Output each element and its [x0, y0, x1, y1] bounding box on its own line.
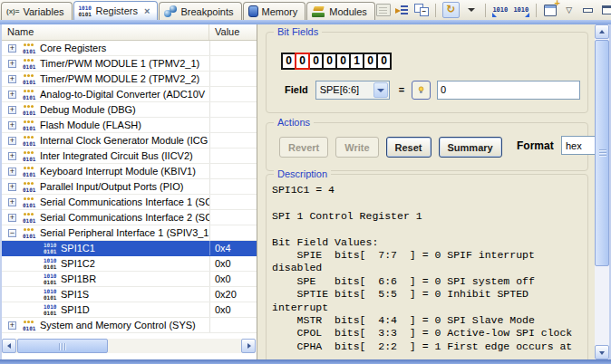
tree-row-spi1s[interactable]: SPI1S0x20	[2, 287, 257, 302]
registers-tree-panel: Name Value +Core Registers+Timer/PWM MOD…	[2, 24, 257, 359]
tree-horizontal-scrollbar[interactable]	[2, 339, 256, 353]
bit-cell-1[interactable]: 0	[295, 53, 310, 70]
collapse-all-icon[interactable]	[414, 2, 429, 18]
tree-row-timer-pwm-module-2-tpmv2-2[interactable]: +Timer/PWM MODULE 2 (TPMV2_2)	[2, 72, 257, 87]
name-cell: +Debug Module (DBG)	[2, 102, 209, 117]
binary-pane-right-icon[interactable]: 1010	[513, 2, 529, 18]
name-cell: +Timer/PWM MODULE 1 (TPMV2_1)	[2, 56, 209, 71]
maximize-icon[interactable]	[600, 2, 611, 18]
tree-row-spi1d[interactable]: SPI1D0x0	[2, 302, 257, 318]
collapse-icon[interactable]: −	[8, 229, 16, 237]
tree-row-spi1c2[interactable]: SPI1C20x0	[2, 256, 257, 272]
register-name: Serial Communications Interface 2 (SC	[40, 212, 209, 223]
register-value	[209, 318, 257, 332]
refresh-icon[interactable]: ↻	[442, 2, 460, 18]
tree-row-core-registers[interactable]: +Core Registers	[2, 41, 257, 56]
column-header-value[interactable]: Value	[209, 24, 257, 40]
tree-row-inter-integrated-circuit-bus-iicv2[interactable]: +Inter Integrated Circuit Bus (IICV2)	[2, 148, 257, 164]
minimize-icon[interactable]	[581, 2, 596, 18]
name-cell: +Core Registers	[2, 41, 209, 55]
register-group-icon	[22, 89, 36, 101]
register-group-icon	[22, 227, 36, 239]
open-new-view-icon[interactable]	[543, 2, 558, 18]
register-group-icon	[22, 212, 36, 224]
tree-row-analog-to-digital-converter-adc10v[interactable]: +Analog-to-Digital Converter (ADC10V	[2, 87, 257, 102]
description-title: Description	[274, 168, 331, 179]
write-registers-icon	[376, 4, 391, 16]
expand-icon[interactable]: +	[8, 214, 16, 222]
variables-icon: (x)=	[6, 6, 19, 17]
memory-icon	[248, 5, 258, 17]
reset-button[interactable]: Reset	[386, 137, 432, 158]
format-label: Format	[517, 139, 554, 152]
name-cell: +Inter Integrated Circuit Bus (IICV2)	[2, 148, 209, 163]
tree-row-flash-module-flash[interactable]: +Flash Module (FLASH)	[2, 118, 257, 133]
close-tab-icon[interactable]: ×	[144, 6, 150, 15]
tree-row-parallel-input-output-ports-pio[interactable]: +Parallel Input/Output Ports (PIO)	[2, 179, 257, 195]
scroll-up-button[interactable]	[595, 24, 609, 39]
tab-registers[interactable]: Registers×	[73, 1, 159, 20]
register-group-icon	[22, 104, 36, 116]
tree-row-serial-peripheral-interface-1-spiv3-1[interactable]: −Serial Peripheral Interface 1 (SPIV3_1	[2, 225, 257, 241]
expand-icon[interactable]: +	[8, 137, 16, 145]
tree-row-internal-clock-generator-module-icg[interactable]: +Internal Clock Generator Module (ICG	[2, 133, 257, 148]
expand-icon[interactable]: +	[8, 152, 16, 160]
scroll-right-button[interactable]	[241, 339, 256, 353]
tree-row-serial-communications-interface-1-sc[interactable]: +Serial Communications Interface 1 (SC	[2, 195, 257, 210]
expand-icon[interactable]: +	[8, 91, 16, 99]
tree-row-spi1c1[interactable]: SPI1C10x4	[2, 241, 257, 256]
tree-row-system-and-memory-control-sys[interactable]: +System and Memory Control (SYS)	[2, 318, 257, 333]
registers-view: (x)=VariablesRegisters×BreakpointsMemory…	[0, 0, 611, 364]
expand-icon[interactable]: +	[8, 168, 16, 176]
vertical-scroll-thumb[interactable]	[595, 40, 609, 266]
scroll-left-button[interactable]	[2, 339, 16, 353]
name-cell: SPI1S	[2, 287, 209, 302]
tab-variables[interactable]: (x)=Variables	[1, 2, 73, 20]
name-cell: +Serial Communications Interface 2 (SC	[2, 210, 209, 225]
expand-icon[interactable]: +	[8, 183, 16, 191]
expand-icon[interactable]: +	[8, 75, 16, 83]
format-dropdown[interactable]: hex	[561, 136, 597, 155]
tree-row-serial-communications-interface-2-sc[interactable]: +Serial Communications Interface 2 (SC	[2, 210, 257, 225]
tree-row-debug-module-dbg[interactable]: +Debug Module (DBG)	[2, 102, 257, 118]
expand-icon[interactable]: +	[8, 60, 16, 68]
expand-icon[interactable]: +	[8, 198, 16, 206]
scroll-down-button[interactable]	[595, 345, 609, 359]
view-menu-icon[interactable]: ▽	[562, 2, 577, 18]
register-details-panel: Bit Fields 00000100 Field SPE[6:6] =	[258, 24, 611, 359]
view-tab-bar: (x)=VariablesRegisters×BreakpointsMemory…	[0, 0, 611, 20]
expand-icon[interactable]: +	[8, 44, 16, 53]
horizontal-scroll-thumb[interactable]	[17, 339, 108, 353]
collapse-all-icon	[414, 4, 429, 16]
import-registers-icon[interactable]	[395, 2, 410, 18]
hint-lightbulb-button[interactable]	[412, 81, 431, 100]
details-vertical-scrollbar[interactable]	[595, 24, 609, 359]
bit-fields-title: Bit Fields	[274, 26, 322, 37]
breakpoints-icon	[164, 5, 177, 17]
tab-memory[interactable]: Memory	[243, 2, 306, 20]
tree-row-keyboard-interrupt-module-kbiv1[interactable]: +Keyboard Interrupt Module (KBIV1)	[2, 164, 257, 179]
maximize-icon	[602, 5, 611, 14]
chevron-down-icon[interactable]	[373, 82, 388, 98]
open-new-view-icon	[544, 5, 557, 16]
tab-breakpoints[interactable]: Breakpoints	[159, 2, 241, 20]
field-dropdown-value: SPE[6:6]	[320, 84, 359, 95]
tab-modules[interactable]: Modules	[306, 2, 375, 20]
tree-row-spi1br[interactable]: SPI1BR0x0	[2, 272, 257, 287]
register-name: Analog-to-Digital Converter (ADC10V	[40, 89, 205, 100]
tree-row-timer-pwm-module-1-tpmv2-1[interactable]: +Timer/PWM MODULE 1 (TPMV2_1)	[2, 56, 257, 72]
summary-button[interactable]: Summary	[439, 137, 502, 158]
expand-icon[interactable]: +	[8, 121, 16, 129]
column-header-name[interactable]: Name	[2, 24, 209, 40]
register-value	[209, 56, 257, 71]
refresh-menu-arrow-icon[interactable]	[464, 2, 479, 18]
binary-pane-left-icon[interactable]: 1010	[492, 2, 509, 18]
field-value-input[interactable]	[437, 81, 580, 100]
expand-icon[interactable]: +	[8, 106, 16, 114]
register-value	[209, 210, 257, 225]
field-dropdown[interactable]: SPE[6:6]	[315, 81, 390, 100]
expand-icon[interactable]: +	[8, 321, 16, 330]
bit-cell-7[interactable]: 0	[376, 53, 392, 70]
register-name: System and Memory Control (SYS)	[40, 320, 196, 330]
toolbar-separator	[536, 4, 537, 17]
